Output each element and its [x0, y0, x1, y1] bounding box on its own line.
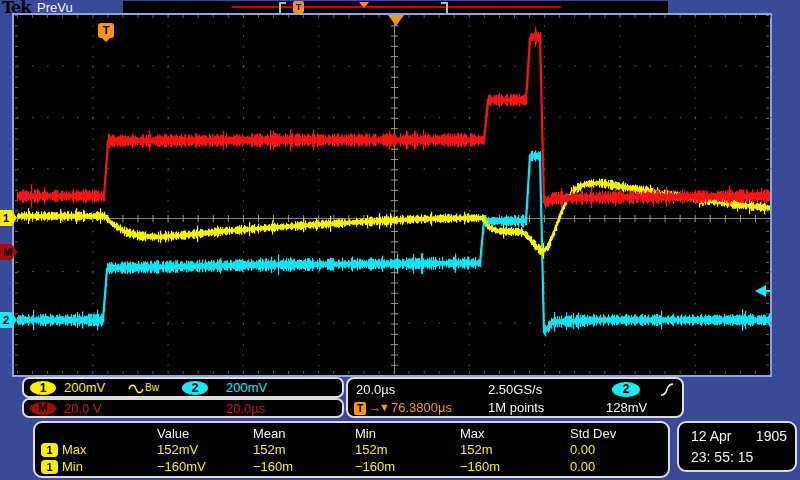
col-header-mean: Mean [253, 426, 286, 441]
meas-mean: 152m [253, 442, 286, 457]
trigger-delay-value: 76.3800µs [391, 400, 452, 415]
meas-ch1-badge: 1 [41, 443, 58, 457]
trigger-source-badge: 2 [612, 382, 640, 397]
col-header-min: Min [355, 426, 376, 441]
date-label: 12 Apr [691, 428, 731, 444]
trigger-position-icon [388, 15, 404, 26]
ch2-scale: 200mV [226, 380, 267, 395]
meas-min: −160m [355, 459, 395, 474]
oscilloscope-screen: Tek PreVu T T 1 M 2 1 200mV Bw 2 200mV M… [0, 0, 800, 480]
meas-max: 152m [460, 442, 493, 457]
meas-stddev: 0.00 [570, 459, 595, 474]
year-label: 1905 [756, 428, 787, 444]
trigger-level-arrow-tail [766, 290, 771, 292]
col-header-stddev: Std Dev [570, 426, 616, 441]
measurement-table: Value Mean Min Max Std Dev 1 Max 152mV 1… [33, 421, 670, 478]
meas-value: 152mV [157, 442, 198, 457]
meas-label: Min [62, 459, 83, 474]
meas-label: Max [62, 442, 87, 457]
math-readout-bar: M 20.0 V 20.0µs [22, 398, 344, 418]
trigger-level-arrow-icon [755, 285, 766, 297]
meas-stddev: 0.00 [570, 442, 595, 457]
sample-rate: 2.50GS/s [488, 382, 542, 397]
ch2-badge: 2 [182, 381, 208, 395]
bw-limit-label: Bw [145, 382, 159, 393]
trigger-delay-tri: ▼ [379, 401, 390, 413]
rising-edge-icon [660, 382, 674, 397]
meas-ch1-badge: 1 [41, 460, 58, 474]
meas-min: 152m [355, 442, 388, 457]
ch1-badge: 1 [30, 381, 56, 395]
datetime-box: 12 Apr 1905 23: 55: 15 [677, 421, 797, 472]
math-scale: 20.0 V [64, 401, 102, 416]
record-length: 1M points [488, 400, 544, 415]
time-per-div: 20.0µs [356, 382, 395, 397]
trigger-time-icon: T [98, 23, 114, 38]
meas-value: −160mV [157, 459, 206, 474]
horizontal-trigger-readout: 20.0µs 2.50GS/s 2 T → ▼ 76.3800µs 1M poi… [346, 377, 684, 418]
time-label: 23: 55: 15 [691, 449, 753, 465]
bw-text: Bw [145, 382, 159, 393]
channel-readout-bar: 1 200mV Bw 2 200mV [22, 377, 344, 398]
meas-max: −160m [460, 459, 500, 474]
ac-coupling-sine-icon [128, 383, 144, 394]
math-time-scale: 20.0µs [226, 401, 265, 416]
meas-mean: −160m [253, 459, 293, 474]
col-header-max: Max [460, 426, 485, 441]
col-header-value: Value [157, 426, 189, 441]
math-badge: M [30, 402, 56, 415]
ch1-scale: 200mV [64, 380, 105, 395]
trigger-level-value: 128mV [606, 400, 647, 415]
trigger-delay-icon: T [354, 402, 366, 415]
